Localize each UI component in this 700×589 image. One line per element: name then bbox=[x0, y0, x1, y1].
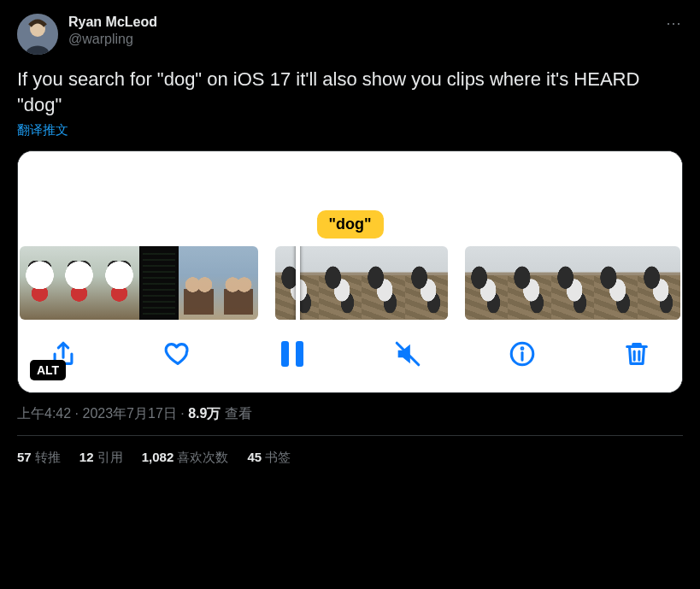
playhead[interactable] bbox=[296, 246, 300, 320]
tweet-text: If you search for "dog" on iOS 17 it'll … bbox=[17, 67, 683, 117]
tweet-meta[interactable]: 上午4:42 · 2023年7月17日 · 8.9万 查看 bbox=[17, 405, 683, 423]
search-term-badge: "dog" bbox=[316, 210, 383, 239]
frame bbox=[638, 246, 680, 320]
more-icon[interactable]: ⋯ bbox=[666, 14, 683, 32]
heart-icon[interactable] bbox=[163, 339, 192, 368]
stat-likes[interactable]: 1,082 喜欢次数 bbox=[142, 450, 229, 466]
video-timeline[interactable] bbox=[18, 244, 682, 322]
clip-group-1 bbox=[20, 246, 258, 320]
frame bbox=[465, 246, 508, 320]
frame bbox=[60, 246, 100, 320]
avatar[interactable] bbox=[17, 14, 58, 55]
tweet-container: Ryan McLeod @warpling ⋯ If you search fo… bbox=[0, 0, 700, 476]
frame bbox=[508, 246, 550, 320]
stat-bookmarks[interactable]: 45 书签 bbox=[247, 450, 291, 466]
frame bbox=[139, 246, 179, 320]
stat-retweets[interactable]: 57 转推 bbox=[17, 450, 61, 466]
frame bbox=[594, 246, 637, 320]
media-top-area: "dog" bbox=[18, 151, 682, 244]
frame bbox=[99, 246, 139, 320]
frame bbox=[20, 246, 60, 320]
author-block[interactable]: Ryan McLeod @warpling bbox=[68, 14, 157, 48]
views-label: 查看 bbox=[221, 406, 251, 421]
frame bbox=[405, 246, 448, 320]
handle: @warpling bbox=[68, 31, 157, 48]
clip-group-2 bbox=[275, 246, 448, 320]
info-icon[interactable] bbox=[508, 339, 537, 368]
media-action-row bbox=[18, 322, 682, 392]
tweet-header: Ryan McLeod @warpling ⋯ bbox=[17, 14, 683, 55]
frame bbox=[219, 246, 259, 320]
frame bbox=[179, 246, 219, 320]
pause-icon[interactable] bbox=[278, 339, 307, 368]
trash-icon[interactable] bbox=[622, 339, 651, 368]
mute-icon[interactable] bbox=[393, 339, 422, 368]
meta-time: 上午4:42 bbox=[17, 406, 71, 421]
meta-date: 2023年7月17日 bbox=[82, 406, 176, 421]
stat-quotes[interactable]: 12 引用 bbox=[79, 450, 123, 466]
alt-badge[interactable]: ALT bbox=[30, 360, 66, 380]
clip-group-3 bbox=[465, 246, 680, 320]
media-card[interactable]: "dog" bbox=[17, 150, 683, 393]
frame bbox=[319, 246, 362, 320]
display-name: Ryan McLeod bbox=[68, 14, 157, 31]
views-count: 8.9万 bbox=[188, 406, 221, 421]
frame bbox=[551, 246, 594, 320]
translate-link[interactable]: 翻译推文 bbox=[17, 122, 68, 138]
tweet-stats: 57 转推 12 引用 1,082 喜欢次数 45 书签 bbox=[17, 436, 683, 466]
svg-point-5 bbox=[521, 348, 523, 350]
frame bbox=[362, 246, 404, 320]
